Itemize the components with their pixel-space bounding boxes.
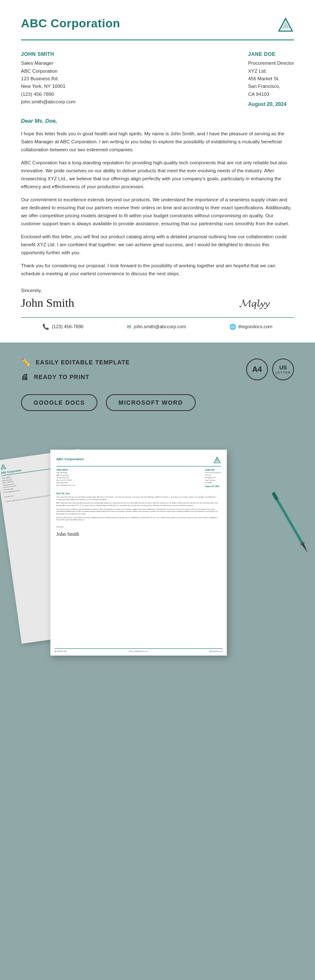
app-buttons: GOOGLE DOCS MICROSOFT WORD — [21, 394, 294, 411]
preview-para4: Enclosed with this letter, you will find… — [56, 517, 221, 522]
preview-footer-email: ✉ john.smith@abccorp.com — [129, 651, 147, 652]
footer-phone-number: (123) 456-7890 — [52, 324, 83, 329]
preview-para1: I hope this letter finds you in good hea… — [56, 496, 221, 501]
sender-email: john.smith@abccorp.com — [21, 98, 76, 105]
recipient-signature: 𝓜𝓺𝓵𝔂𝔂 — [239, 297, 269, 310]
recipient-address3: CA 94103 — [248, 90, 294, 98]
closing-section: Sincerely, John Smith 𝓜𝓺𝓵𝔂𝔂 — [21, 288, 294, 310]
preview-salutation: Dear Ms. Doe, — [56, 492, 221, 495]
format-badges: A4 US LETTER — [246, 358, 294, 380]
body-paragraph-2: ABC Corporation has a long-standing repu… — [21, 159, 294, 191]
microsoft-word-button[interactable]: MICROSOFT WORD — [106, 394, 195, 411]
salutation: Dear Ms. Doe, — [21, 118, 294, 124]
preview-footer: 📞 (123) 456-7890 ✉ john.smith@abccorp.co… — [55, 648, 223, 652]
body-paragraph-1: I hope this letter finds you in good hea… — [21, 130, 294, 154]
preview-sender-info: Sales ManagerABC Corporation123 Business… — [56, 472, 75, 487]
company-logo-icon — [277, 17, 294, 34]
promo-section: ✏️ EASILY EDITABLE TEMPLATE 🖨 READY TO P… — [0, 342, 315, 441]
signatures: John Smith 𝓜𝓺𝓵𝔂𝔂 — [21, 296, 294, 310]
feature-print-label: READY TO PRINT — [34, 374, 89, 380]
recipient-address1: 456 Market St. — [248, 75, 294, 82]
preview-page-main: ABC Corporation JOHN SMITH Sales Manager… — [50, 450, 227, 656]
phone-icon: 📞 — [42, 324, 49, 330]
sender-address1: 123 Business Rd. — [21, 75, 76, 82]
body-paragraph-3: Our commitment to excellence extends bey… — [21, 196, 294, 228]
promo-features: ✏️ EASILY EDITABLE TEMPLATE 🖨 READY TO P… — [21, 358, 130, 382]
recipient-title: Procurement Director — [248, 59, 294, 67]
promo-top: ✏️ EASILY EDITABLE TEMPLATE 🖨 READY TO P… — [21, 358, 294, 382]
footer-email: ✉ john.smith@abccorp.com — [127, 324, 186, 330]
sender-title: Sales Manager — [21, 59, 76, 67]
preview-main-company: ABC Corporation — [56, 457, 84, 461]
email-icon: ✉ — [127, 324, 131, 330]
company-title: ABC Corporation — [21, 17, 120, 30]
us-label: US — [279, 364, 287, 371]
body-paragraph-5: Thank you for considering our proposal. … — [21, 262, 294, 278]
addresses-section: JOHN SMITH Sales Manager ABC Corporation… — [21, 50, 294, 108]
feature-editable: ✏️ EASILY EDITABLE TEMPLATE — [21, 358, 130, 367]
footer-phone: 📞 (123) 456-7890 — [42, 324, 83, 330]
preview-signature: John Smith — [56, 531, 221, 537]
preview-para2: ABC Corporation has a long-standing repu… — [56, 502, 221, 507]
sender-phone: (123) 456-7890 — [21, 90, 76, 98]
footer-website-url: thegoodocs.com — [239, 324, 273, 329]
recipient-company: XYZ Ltd. — [248, 67, 294, 75]
sender-name: JOHN SMITH — [21, 50, 76, 58]
sender-signature: John Smith — [21, 296, 74, 310]
preview-recipient-info: Procurement DirectorXYZ Ltd.456 Market S… — [205, 472, 221, 484]
recipient-address2: San Francisco, — [248, 82, 294, 90]
closing-word: Sincerely, — [21, 288, 294, 293]
letter-footer: 📞 (123) 456-7890 ✉ john.smith@abccorp.co… — [21, 317, 294, 330]
preview-section: ABC Corporation JOHN SMITHSales ManagerA… — [0, 441, 315, 681]
feature-print: 🖨 READY TO PRINT — [21, 373, 130, 382]
print-icon: 🖨 — [21, 373, 29, 382]
letter-header: ABC Corporation — [21, 17, 294, 40]
a4-badge: A4 — [246, 358, 268, 380]
recipient-name: JANE DOE — [248, 50, 294, 58]
pen-graphic — [268, 489, 315, 561]
sender-address: JOHN SMITH Sales Manager ABC Corporation… — [21, 50, 76, 108]
preview-main-logo — [213, 456, 221, 464]
sender-company: ABC Corporation — [21, 67, 76, 75]
us-letter-badge: US LETTER — [272, 358, 294, 380]
preview-recipient-name: JANE DOE — [205, 469, 221, 471]
globe-icon: 🌐 — [229, 324, 236, 330]
preview-footer-web: 🌐 thegoodocs.com — [210, 651, 223, 652]
svg-rect-8 — [272, 492, 279, 501]
preview-sender-name: JOHN SMITH — [56, 469, 75, 471]
preview-footer-phone: 📞 (123) 456-7890 — [55, 651, 67, 652]
preview-para3: Our commitment to excellence extends bey… — [56, 508, 221, 516]
preview-back-logo — [0, 464, 6, 470]
preview-closing: Sincerely, — [56, 526, 221, 528]
letter-date: August 20, 2024 — [248, 100, 294, 108]
a4-label: A4 — [252, 365, 262, 374]
letter-label: LETTER — [276, 371, 291, 375]
feature-editable-label: EASILY EDITABLE TEMPLATE — [36, 359, 130, 366]
letter-document: ABC Corporation JOHN SMITH Sales Manager… — [0, 0, 315, 342]
google-docs-button[interactable]: GOOGLE DOCS — [21, 394, 97, 411]
recipient-address: JANE DOE Procurement Director XYZ Ltd. 4… — [248, 50, 294, 108]
preview-container: ABC Corporation JOHN SMITHSales ManagerA… — [8, 445, 307, 664]
edit-icon: ✏️ — [21, 358, 31, 367]
sender-address2: New York, NY 10001 — [21, 82, 76, 90]
footer-website: 🌐 thegoodocs.com — [229, 324, 273, 330]
footer-email-address: john.smith@abccorp.com — [134, 324, 186, 329]
preview-date: August 20, 2024 — [205, 485, 221, 487]
body-paragraph-4: Enclosed with this letter, you will find… — [21, 233, 294, 257]
